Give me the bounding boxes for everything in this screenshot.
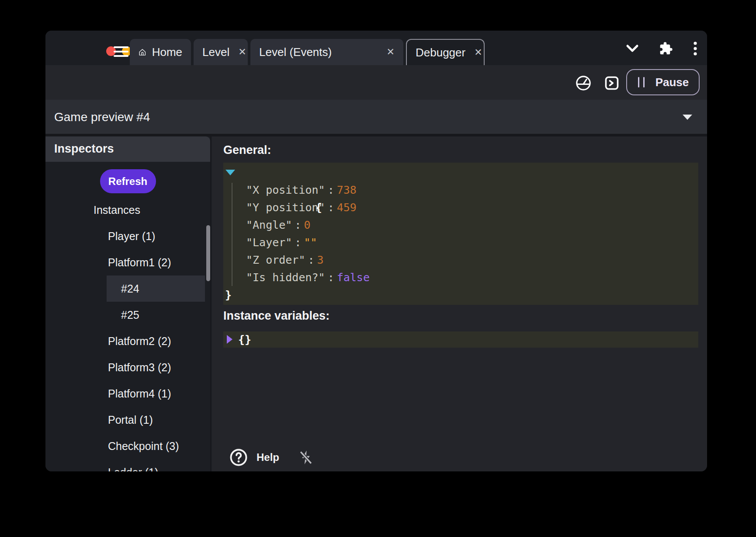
tree-item-instance-25[interactable]: #25 (45, 302, 210, 328)
json-row-z-order: "Z order":3 (223, 251, 698, 269)
tab-level[interactable]: Level ✕ (194, 39, 248, 65)
debugger-body: Inspectors Refresh Instances Player (1) … (45, 136, 707, 471)
tree-item-ladder[interactable]: Ladder (1) (45, 459, 210, 471)
instance-variables-label: Instance variables: (223, 309, 329, 323)
flash-off-icon[interactable] (298, 449, 314, 466)
pause-icon (637, 76, 646, 88)
pause-button[interactable]: Pause (626, 69, 700, 95)
tab-debugger[interactable]: Debugger ✕ (406, 39, 485, 65)
tree-item-platform4[interactable]: Platform4 (1) (45, 380, 210, 407)
titlebar: Home Level ✕ Level (Events) ✕ Debugger ✕ (45, 31, 707, 65)
titlebar-actions (626, 41, 697, 56)
main-menu-icon[interactable] (114, 46, 128, 57)
indent-guide (232, 183, 232, 286)
tree-item-player[interactable]: Player (1) (45, 223, 210, 249)
help-question-icon[interactable] (229, 448, 248, 467)
general-section-label: General: (223, 143, 271, 157)
sidebar-scrollbar-thumb[interactable] (206, 225, 210, 281)
json-empty-object: {} (238, 333, 251, 346)
chevron-down-icon[interactable] (626, 44, 639, 53)
refresh-button[interactable]: Refresh (100, 169, 156, 193)
inspectors-sidebar: Inspectors Refresh Instances Player (1) … (45, 136, 211, 471)
tree-item-platform2[interactable]: Platform2 (2) (45, 328, 210, 354)
inspectors-title: Inspectors (54, 142, 114, 156)
pause-button-label: Pause (655, 76, 689, 89)
json-row-layer: "Layer":"" (223, 234, 698, 251)
json-value: 0 (304, 219, 310, 231)
tab-level-label: Level (202, 45, 229, 59)
tab-level-events[interactable]: Level (Events) ✕ (250, 39, 403, 65)
collapse-caret-icon[interactable] (683, 115, 692, 120)
inspector-detail-panel: General: { "X position":738 "Y position"… (212, 136, 707, 471)
help-button-label[interactable]: Help (257, 451, 279, 464)
tree-item-platform3[interactable]: Platform3 (2) (45, 354, 210, 380)
tree-item-checkpoint[interactable]: Checkpoint (3) (45, 433, 210, 459)
json-value: "" (304, 236, 317, 249)
json-close-brace: } (225, 289, 232, 301)
close-tab-icon[interactable]: ✕ (474, 48, 482, 57)
json-value: 459 (337, 201, 357, 214)
tree-item-instance-24[interactable]: #24 (107, 275, 205, 302)
profiler-speedometer-icon[interactable] (575, 75, 592, 91)
home-icon (139, 46, 146, 58)
tree-item-platform1[interactable]: Platform1 (2) (45, 249, 210, 275)
tab-bar: Home Level ✕ Level (Events) ✕ Debugger ✕ (130, 39, 485, 65)
json-value: false (337, 271, 370, 284)
tree-item-portal[interactable]: Portal (1) (45, 407, 210, 433)
console-icon[interactable] (604, 75, 620, 91)
general-json-viewer: { "X position":738 "Y position":459 "Ang… (223, 163, 698, 305)
kebab-menu-icon[interactable] (693, 41, 697, 56)
inspectors-header: Inspectors (45, 136, 210, 162)
json-value: 738 (337, 184, 357, 196)
json-row-is-hidden: "Is hidden?":false (223, 269, 698, 286)
game-preview-header[interactable]: Game preview #4 (45, 100, 707, 134)
debugger-window: Home Level ✕ Level (Events) ✕ Debugger ✕ (45, 31, 707, 471)
collapse-node-icon[interactable] (225, 170, 235, 175)
close-tab-icon[interactable]: ✕ (387, 47, 395, 57)
expand-node-icon[interactable] (227, 335, 232, 344)
close-tab-icon[interactable]: ✕ (238, 47, 246, 57)
tab-level-events-label: Level (Events) (259, 45, 332, 59)
json-open-brace: { (316, 201, 322, 214)
tree-item-instances[interactable]: Instances (45, 197, 210, 223)
game-preview-title: Game preview #4 (54, 110, 150, 124)
help-row: Help (229, 448, 314, 467)
tab-home[interactable]: Home (130, 39, 191, 65)
tab-home-label: Home (152, 45, 182, 59)
extensions-puzzle-icon[interactable] (659, 42, 673, 56)
json-value: 3 (317, 254, 324, 266)
desktop-background: Home Level ✕ Level (Events) ✕ Debugger ✕ (0, 0, 756, 537)
debugger-toolbar: Pause (45, 65, 707, 100)
instance-variables-json-viewer: {} (223, 331, 698, 348)
tab-debugger-label: Debugger (416, 46, 465, 59)
